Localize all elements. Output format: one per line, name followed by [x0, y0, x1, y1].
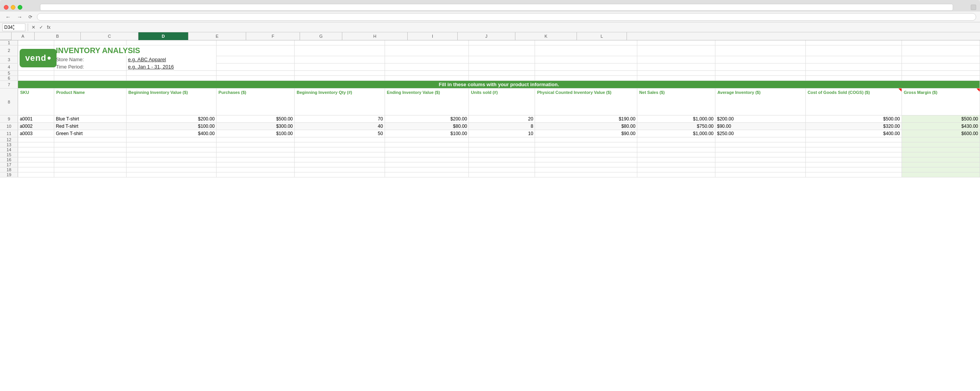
cell-j9[interactable]: $200.00	[715, 115, 805, 123]
cell-k1[interactable]	[805, 40, 902, 45]
cell-k10[interactable]: $320.00	[805, 123, 902, 130]
cell-b6[interactable]	[54, 76, 127, 81]
cell-d1[interactable]	[217, 40, 295, 45]
cell-l3[interactable]	[902, 56, 980, 63]
cell-f1[interactable]	[385, 40, 469, 45]
col-header-l[interactable]: L	[577, 32, 627, 40]
cell-e3[interactable]	[295, 56, 385, 63]
cell-h9[interactable]: $190.00	[535, 115, 637, 123]
cell-j11[interactable]: $250.00	[715, 130, 805, 137]
cell-f5[interactable]	[385, 71, 469, 76]
cell-f3[interactable]	[385, 56, 469, 63]
cell-a9[interactable]: a0001	[18, 115, 54, 123]
cell-j4[interactable]	[715, 63, 805, 71]
refresh-button[interactable]: ⟳	[27, 13, 34, 20]
cell-j10[interactable]: $90.00	[715, 123, 805, 130]
cell-a1[interactable]	[18, 40, 54, 45]
cell-e6[interactable]	[295, 76, 385, 81]
cell-e10[interactable]: 40	[295, 123, 385, 130]
cell-d4[interactable]	[217, 63, 295, 71]
cell-k9[interactable]: $500.00	[805, 115, 902, 123]
url-input[interactable]	[37, 13, 976, 21]
window-action-button[interactable]	[971, 5, 976, 10]
cell-j1[interactable]	[715, 40, 805, 45]
cell-l10[interactable]: $430.00	[902, 123, 980, 130]
cell-f10[interactable]: $80.00	[385, 123, 469, 130]
confirm-formula-icon[interactable]: ✓	[38, 25, 44, 30]
cell-h11[interactable]: $90.00	[535, 130, 637, 137]
cell-l2[interactable]	[902, 45, 980, 56]
cell-f2[interactable]	[385, 45, 469, 56]
col-header-e[interactable]: E	[188, 32, 246, 40]
cell-g11[interactable]: 10	[469, 130, 535, 137]
cell-l9[interactable]: $500.00	[902, 115, 980, 123]
cell-i5[interactable]	[637, 71, 715, 76]
cell-i1[interactable]	[637, 40, 715, 45]
cell-j5[interactable]	[715, 71, 805, 76]
cell-j6[interactable]	[715, 76, 805, 81]
cell-g6[interactable]	[469, 76, 535, 81]
cell-l6[interactable]	[902, 76, 980, 81]
cell-f11[interactable]: $100.00	[385, 130, 469, 137]
cell-h3[interactable]	[535, 56, 637, 63]
cell-b11[interactable]: Green T-shirt	[54, 130, 127, 137]
cell-g4[interactable]	[469, 63, 535, 71]
cell-k3[interactable]	[805, 56, 902, 63]
cell-h5[interactable]	[535, 71, 637, 76]
cell-h4[interactable]	[535, 63, 637, 71]
cell-j3[interactable]	[715, 56, 805, 63]
cell-d5[interactable]	[217, 71, 295, 76]
formula-input[interactable]	[53, 25, 978, 30]
cell-l4[interactable]	[902, 63, 980, 71]
cell-d10[interactable]: $300.00	[217, 123, 295, 130]
cell-b10[interactable]: Red T-shirt	[54, 123, 127, 130]
cell-d11[interactable]: $100.00	[217, 130, 295, 137]
cell-f9[interactable]: $200.00	[385, 115, 469, 123]
cell-k4[interactable]	[805, 63, 902, 71]
cell-l5[interactable]	[902, 71, 980, 76]
cell-h1[interactable]	[535, 40, 637, 45]
cell-g3[interactable]	[469, 56, 535, 63]
cell-f4[interactable]	[385, 63, 469, 71]
cell-a6[interactable]	[18, 76, 54, 81]
cell-h10[interactable]: $80.00	[535, 123, 637, 130]
cell-c1[interactable]	[126, 40, 216, 45]
col-header-i[interactable]: I	[408, 32, 458, 40]
store-value-cell[interactable]: e.g. ABC Apparel	[126, 56, 216, 63]
col-header-g[interactable]: G	[300, 32, 342, 40]
cell-h6[interactable]	[535, 76, 637, 81]
cell-l1[interactable]	[902, 40, 980, 45]
cell-d3[interactable]	[217, 56, 295, 63]
cell-k11[interactable]: $400.00	[805, 130, 902, 137]
cell-f6[interactable]	[385, 76, 469, 81]
col-header-j[interactable]: J	[458, 32, 515, 40]
cell-e4[interactable]	[295, 63, 385, 71]
cell-k6[interactable]	[805, 76, 902, 81]
col-header-f[interactable]: F	[246, 32, 300, 40]
cell-b1[interactable]	[54, 40, 127, 45]
col-header-c[interactable]: C	[81, 32, 138, 40]
minimize-button[interactable]	[11, 5, 15, 10]
cell-k2[interactable]	[805, 45, 902, 56]
cell-c6[interactable]	[126, 76, 216, 81]
forward-button[interactable]: →	[15, 13, 24, 21]
col-header-b[interactable]: B	[35, 32, 81, 40]
cell-i3[interactable]	[637, 56, 715, 63]
cell-ref-down[interactable]: ▼	[12, 27, 15, 31]
cell-d6[interactable]	[217, 76, 295, 81]
cell-e5[interactable]	[295, 71, 385, 76]
cell-g2[interactable]	[469, 45, 535, 56]
cell-e1[interactable]	[295, 40, 385, 45]
cell-a10[interactable]: a0002	[18, 123, 54, 130]
cell-e11[interactable]: 50	[295, 130, 385, 137]
cell-i6[interactable]	[637, 76, 715, 81]
fx-icon[interactable]: fx	[46, 25, 52, 30]
cell-i9[interactable]: $1,000.00	[637, 115, 715, 123]
cell-d9[interactable]: $500.00	[217, 115, 295, 123]
cell-i11[interactable]: $1,000.00	[637, 130, 715, 137]
period-value-cell[interactable]: e.g. Jan 1 - 31, 2016	[126, 63, 216, 71]
address-bar[interactable]	[40, 4, 953, 11]
cell-a11[interactable]: a0003	[18, 130, 54, 137]
cell-g10[interactable]: 8	[469, 123, 535, 130]
cell-e9[interactable]: 70	[295, 115, 385, 123]
